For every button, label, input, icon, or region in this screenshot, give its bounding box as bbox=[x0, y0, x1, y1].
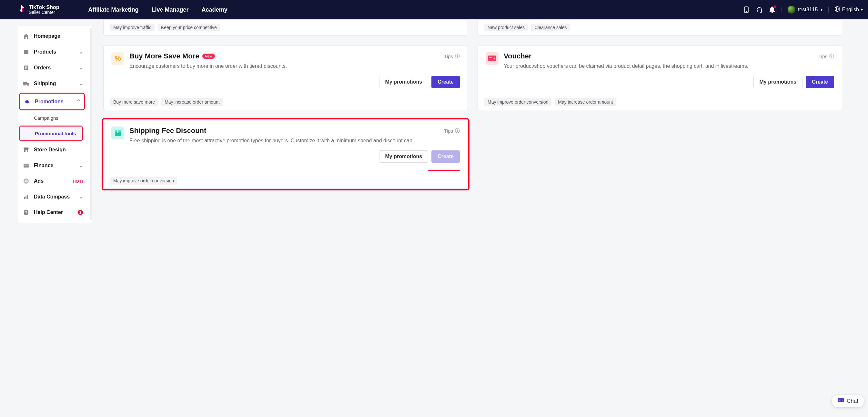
card-partial-2: New product sales Clearance sales bbox=[477, 19, 842, 35]
svg-rect-19 bbox=[26, 196, 27, 199]
svg-rect-5 bbox=[24, 50, 28, 54]
tag: May improve traffic bbox=[110, 24, 155, 31]
brand-logo[interactable]: TikTok Shop Seller Center bbox=[18, 4, 59, 15]
globe-icon bbox=[834, 6, 840, 13]
svg-text:?: ? bbox=[25, 210, 27, 214]
svg-text:AD: AD bbox=[25, 180, 28, 182]
sidebar-wrap: Homepage Products ⌄ Orders ⌄ Shipping ⌄ bbox=[0, 19, 90, 223]
svg-rect-24 bbox=[489, 57, 492, 58]
sidebar-item-help-center[interactable]: ? Help Center 1 bbox=[18, 205, 88, 220]
sidebar-item-store-design[interactable]: Store Design bbox=[18, 142, 88, 157]
sidebar: Homepage Products ⌄ Orders ⌄ Shipping ⌄ bbox=[18, 26, 92, 223]
sidebar-item-finance[interactable]: Finance ⌄ bbox=[18, 157, 88, 173]
red-underline bbox=[428, 170, 460, 171]
sidebar-item-shipping[interactable]: Shipping ⌄ bbox=[18, 76, 88, 91]
store-icon bbox=[23, 147, 29, 153]
tiktok-icon bbox=[18, 4, 26, 15]
tag: Buy more save more bbox=[110, 98, 158, 106]
notification-dot bbox=[774, 5, 776, 8]
chevron-up-icon: ⌃ bbox=[76, 98, 81, 105]
sidebar-label: Promotions bbox=[35, 99, 72, 105]
ads-icon: AD bbox=[23, 178, 29, 184]
svg-rect-10 bbox=[23, 82, 27, 85]
svg-point-11 bbox=[24, 85, 25, 86]
user-menu[interactable]: test8115 ▾ bbox=[788, 6, 822, 13]
bell-icon[interactable] bbox=[769, 6, 776, 13]
my-promotions-button[interactable]: My promotions bbox=[379, 150, 429, 163]
create-button[interactable]: Create bbox=[431, 150, 460, 163]
home-icon bbox=[23, 33, 29, 39]
sidebar-sub-campaigns[interactable]: Campaigns bbox=[18, 111, 88, 125]
chevron-down-icon: ▾ bbox=[820, 7, 823, 12]
tag: New product sales bbox=[484, 24, 528, 31]
chevron-down-icon: ▾ bbox=[861, 7, 863, 12]
hot-badge: HOT! bbox=[72, 179, 83, 184]
sidebar-item-products[interactable]: Products ⌄ bbox=[18, 44, 88, 60]
create-button[interactable]: Create bbox=[431, 76, 460, 88]
tips-link[interactable]: Tips ⓘ bbox=[818, 53, 834, 59]
sidebar-item-homepage[interactable]: Homepage bbox=[18, 28, 88, 44]
svg-point-12 bbox=[27, 85, 28, 86]
svg-point-26 bbox=[494, 58, 495, 59]
sidebar-label: Shipping bbox=[34, 81, 74, 87]
sidebar-label: Data Compass bbox=[34, 194, 74, 200]
my-promotions-button[interactable]: My promotions bbox=[753, 76, 803, 88]
sidebar-item-orders[interactable]: Orders ⌄ bbox=[18, 60, 88, 76]
info-icon: ⓘ bbox=[455, 53, 460, 59]
card-voucher: Voucher Tips ⓘ Your product/shop voucher… bbox=[477, 45, 842, 110]
header-right: test8115 ▾ English ▾ bbox=[743, 6, 863, 13]
promotions-icon bbox=[24, 99, 30, 105]
tips-link[interactable]: Tips ⓘ bbox=[444, 53, 460, 59]
card-description: Your product/shop vouchers can be claime… bbox=[504, 62, 834, 70]
card-footer: New product sales Clearance sales bbox=[478, 19, 842, 35]
highlight-promotions: Promotions ⌃ bbox=[19, 93, 85, 110]
sidebar-label: Ads bbox=[34, 178, 67, 184]
card-shipping-fee-discount: Shipping Fee Discount Tips ⓘ Free shippi… bbox=[103, 120, 468, 189]
sidebar-label: Products bbox=[34, 49, 74, 55]
compass-icon bbox=[23, 194, 29, 200]
svg-rect-8 bbox=[25, 67, 27, 68]
main-content: May improve traffic Keep your price comp… bbox=[90, 19, 868, 223]
headset-icon[interactable] bbox=[756, 6, 763, 13]
svg-rect-18 bbox=[24, 197, 25, 199]
sidebar-item-data-compass[interactable]: Data Compass ⌄ bbox=[18, 189, 88, 205]
nav-affiliate[interactable]: Affiliate Marketing bbox=[88, 6, 139, 13]
svg-rect-9 bbox=[25, 68, 27, 69]
tips-link[interactable]: Tips ⓘ bbox=[444, 128, 460, 134]
card-description: Encourage customers to buy more in one o… bbox=[129, 62, 460, 70]
header-left: TikTok Shop Seller Center Affiliate Mark… bbox=[18, 4, 227, 15]
count-badge: 1 bbox=[78, 210, 83, 215]
username: test8115 bbox=[798, 7, 818, 12]
svg-rect-14 bbox=[24, 163, 29, 168]
layout: Homepage Products ⌄ Orders ⌄ Shipping ⌄ bbox=[0, 19, 868, 223]
my-promotions-button[interactable]: My promotions bbox=[379, 76, 429, 88]
sidebar-item-promotions[interactable]: Promotions ⌃ bbox=[20, 94, 84, 110]
info-icon: ⓘ bbox=[455, 128, 460, 134]
shipping-icon bbox=[23, 81, 29, 86]
card-description: Free shipping is one of the most attract… bbox=[129, 137, 460, 145]
sidebar-sub-promotional-tools[interactable]: Promotional tools bbox=[20, 126, 82, 140]
tag: May increase order amount bbox=[555, 98, 616, 106]
phone-icon[interactable] bbox=[743, 6, 750, 13]
chevron-down-icon: ⌄ bbox=[79, 193, 83, 200]
nav-live-manager[interactable]: Live Manager bbox=[152, 6, 189, 13]
sidebar-label: Help Center bbox=[34, 209, 72, 215]
card-title: Shipping Fee Discount bbox=[129, 126, 206, 135]
tag: May increase order amount bbox=[161, 98, 223, 106]
orders-icon bbox=[23, 65, 29, 71]
sidebar-item-ads[interactable]: AD Ads HOT! bbox=[18, 173, 88, 189]
sidebar-label: Finance bbox=[34, 163, 74, 169]
nav-academy[interactable]: Academy bbox=[202, 6, 227, 13]
svg-rect-25 bbox=[489, 59, 491, 59]
sidebar-label: Orders bbox=[34, 65, 74, 71]
chevron-down-icon: ⌄ bbox=[79, 49, 83, 55]
finance-icon bbox=[23, 163, 29, 168]
info-icon: ⓘ bbox=[829, 53, 834, 59]
language-selector[interactable]: English ▾ bbox=[834, 6, 863, 13]
sidebar-label: Store Design bbox=[34, 147, 83, 153]
svg-rect-1 bbox=[746, 11, 747, 12]
voucher-icon bbox=[486, 52, 499, 65]
chevron-down-icon: ⌄ bbox=[79, 162, 83, 169]
create-button[interactable]: Create bbox=[806, 76, 834, 88]
svg-rect-7 bbox=[25, 66, 27, 67]
